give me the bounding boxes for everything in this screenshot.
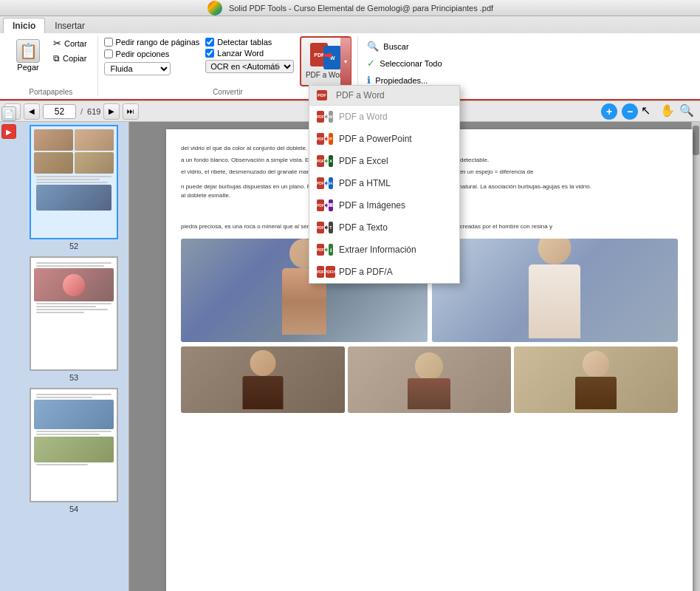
cursor-tool-button[interactable]: ↖ (641, 103, 657, 120)
thumb-label-54: 54 (69, 505, 78, 513)
page-number-input[interactable] (43, 104, 76, 119)
cut-button[interactable]: ✂ Cortar (49, 36, 92, 50)
sidebar-thumbnails: 📄 ▶ (0, 122, 129, 591)
dropdown-header-label: PDF a Word (336, 90, 385, 100)
dropdown-pdf-powerpoint[interactable]: PDF P PDF a PowerPoint (309, 128, 459, 150)
pdf-to-word-button[interactable]: PDF W PDF a Word ▾ (300, 36, 351, 86)
zoom-tool-button[interactable]: 🔍 (679, 103, 696, 120)
group-portapapeles: 📋 Pegar ✂ Cortar ⧉ Copiar (4, 36, 98, 96)
prev-page-button[interactable]: ◀ (24, 103, 40, 120)
seleccionar-todo-button[interactable]: ✓ Seleccionar Todo (364, 56, 445, 70)
next-page-button[interactable]: ▶ (103, 103, 120, 120)
detectar-tablas-checkbox[interactable]: Detectar tablas (205, 38, 294, 47)
ribbon-tabs: Inicio Insertar (0, 16, 700, 33)
paste-label: Pegar (17, 63, 38, 72)
thumbnail-54[interactable]: 54 (22, 388, 126, 513)
page-total: 619 (87, 107, 100, 116)
dropdown-pdf-word: PDF W PDF a Word (309, 106, 459, 128)
fluida-select[interactable]: Fluida Exacta (104, 62, 171, 75)
dropdown-pdf-html[interactable]: PDF H PDF a HTML (309, 172, 459, 194)
dropdown-item-label-powerpoint: PDF a PowerPoint (339, 134, 412, 144)
dropdown-item-label-texto: PDF a Texto (339, 222, 388, 233)
title-bar: Solid PDF Tools - Curso Elemental de Gem… (0, 0, 700, 16)
dropdown-pdf-imagenes[interactable]: PDF 🖼 PDF a Imágenes (309, 194, 459, 216)
convertir-label: Convertir (213, 86, 243, 96)
hand-tool-button[interactable]: ✋ (660, 103, 676, 120)
tab-inicio[interactable]: Inicio (3, 18, 45, 33)
buscar-button[interactable]: 🔍 Buscar (364, 39, 445, 53)
tab-insertar[interactable]: Insertar (45, 18, 95, 33)
thumbnail-52[interactable]: 52 (22, 125, 126, 250)
pedir-rango-checkbox[interactable]: Pedir rango de páginas (104, 38, 200, 47)
thumbnail-53[interactable]: 53 (22, 256, 126, 382)
scrollbar-thumb[interactable] (693, 126, 699, 155)
page-photos-row (181, 346, 678, 413)
ocr-select[interactable]: OCR en <Automático> (205, 60, 294, 73)
dropdown-menu: PDF PDF a Word PDF W PDF a Word PDF P PD… (309, 85, 460, 284)
dropdown-pdf-pdfa[interactable]: PDF PDF/A PDF a PDF/A (309, 261, 459, 283)
dropdown-pdf-texto[interactable]: PDF T PDF a Texto (309, 216, 459, 239)
dropdown-extraer-info[interactable]: PDF ℹ Extraer Información (309, 239, 459, 261)
zoom-in-button[interactable]: + (601, 103, 617, 120)
portapapeles-label: Portapapeles (29, 86, 72, 96)
dropdown-item-label-html: PDF a HTML (339, 178, 391, 188)
dropdown-pdf-excel[interactable]: PDF X PDF a Excel (309, 150, 459, 172)
copy-button[interactable]: ⧉ Copiar (49, 52, 92, 65)
paste-button[interactable]: 📋 Pegar (10, 36, 46, 75)
title-text: Solid PDF Tools - Curso Elemental de Gem… (229, 4, 493, 13)
last-page-button[interactable]: ⏭ (123, 103, 139, 120)
page-sep: / (80, 107, 83, 116)
dropdown-item-label-pdfa: PDF a PDF/A (339, 267, 393, 277)
thumb-label-52: 52 (69, 242, 78, 250)
sidebar-scroll-area[interactable]: 52 53 (3, 125, 126, 591)
pdf-word-dropdown-arrow[interactable]: ▾ (340, 38, 351, 85)
dropdown-item-label-extraer: Extraer Información (339, 245, 416, 255)
dropdown-header: PDF PDF a Word (309, 86, 459, 106)
zoom-out-button[interactable]: − (622, 103, 638, 120)
dropdown-item-label-imagenes: PDF a Imágenes (339, 200, 405, 211)
pedir-opciones-checkbox[interactable]: Pedir opciones (104, 49, 200, 58)
lanzar-word-checkbox[interactable]: Lanzar Word (205, 49, 294, 58)
dropdown-item-label-excel: PDF a Excel (339, 156, 388, 166)
dropdown-item-label-pdf-word: PDF a Word (339, 112, 388, 122)
thumb-label-53: 53 (69, 373, 78, 382)
